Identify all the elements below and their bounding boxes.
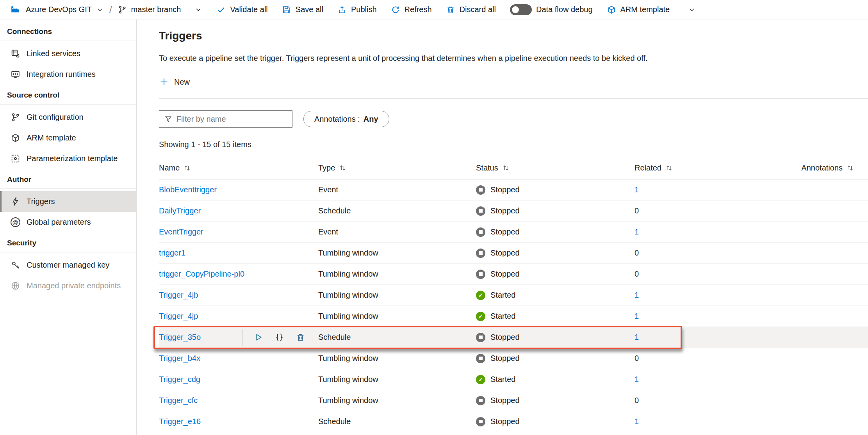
related-count[interactable]: 1	[635, 227, 639, 236]
related-count[interactable]: 0	[635, 396, 639, 405]
related-count[interactable]: 1	[635, 375, 639, 384]
trigger-type: Tumbling window	[318, 312, 378, 321]
table-row[interactable]: Trigger_4jp Tumbling window Started 1	[159, 306, 868, 327]
chevron-down-icon[interactable]	[688, 6, 696, 14]
page-description: To execute a pipeline set the trigger. T…	[159, 54, 868, 63]
related-count[interactable]: 1	[635, 312, 639, 321]
validate-all-button[interactable]: Validate all	[216, 5, 267, 14]
sidebar-item-global-parameters[interactable]: @ Global parameters	[0, 212, 136, 233]
related-count[interactable]: 0	[635, 249, 639, 257]
dataflow-debug-toggle[interactable]	[510, 4, 532, 15]
trigger-name-link[interactable]: trigger_CopyPipeline-pl0	[159, 270, 244, 279]
status-icon	[476, 312, 485, 321]
table-row[interactable]: Trigger_e16 Schedule Stopped 1	[159, 411, 868, 432]
related-count[interactable]: 0	[635, 206, 639, 215]
start-trigger-button[interactable]	[253, 332, 263, 342]
trigger-name-link[interactable]: DailyTrigger	[159, 206, 201, 215]
sidebar-item-label: Global parameters	[27, 218, 91, 227]
table-row[interactable]: Trigger_cdg Tumbling window Started 1	[159, 369, 868, 390]
table-row[interactable]: Trigger_35o Schedule Stopped 1	[159, 327, 868, 348]
delete-trigger-button[interactable]	[296, 332, 305, 342]
sidebar-item-git-configuration[interactable]: Git configuration	[0, 107, 136, 128]
status-icon	[476, 185, 485, 195]
sort-icon	[665, 164, 673, 172]
chevron-down-icon[interactable]	[194, 6, 202, 14]
discard-all-button[interactable]: Discard all	[446, 5, 496, 14]
triggers-icon	[10, 197, 20, 206]
column-header-annotations[interactable]: Annotations	[793, 163, 868, 172]
trigger-type: Tumbling window	[318, 354, 378, 363]
column-header-related[interactable]: Related	[635, 163, 793, 172]
branch-selector-label: master branch	[131, 5, 181, 14]
validate-all-label: Validate all	[230, 5, 267, 14]
discard-all-label: Discard all	[460, 5, 496, 14]
dataflow-debug-toggle-group: Data flow debug	[510, 4, 593, 15]
sidebar-item-customer-managed-key[interactable]: Customer managed key	[0, 255, 136, 275]
related-count[interactable]: 0	[635, 354, 639, 363]
trigger-name-link[interactable]: trigger1	[159, 249, 185, 257]
table-row[interactable]: DailyTrigger Schedule Stopped 0	[159, 201, 868, 222]
table-row[interactable]: trigger_CopyPipeline-pl0 Tumbling window…	[159, 264, 868, 285]
sidebar-item-parameterization-template[interactable]: Parameterization template	[0, 148, 136, 169]
status-label: Stopped	[490, 354, 520, 363]
status-label: Stopped	[490, 396, 520, 405]
table-row[interactable]: Trigger_b4x Tumbling window Stopped 0	[159, 348, 868, 369]
trigger-name-link[interactable]: EventTrigger	[159, 227, 203, 236]
related-count[interactable]: 0	[635, 270, 639, 279]
table-row[interactable]: Trigger_cfc Tumbling window Stopped 0	[159, 390, 868, 411]
publish-label: Publish	[351, 5, 377, 14]
sidebar-item-integration-runtimes[interactable]: Integration runtimes	[0, 64, 136, 85]
trigger-name-link[interactable]: Trigger_cfc	[159, 396, 198, 405]
related-count[interactable]: 1	[635, 417, 639, 426]
table-row[interactable]: BlobEventtrigger Event Stopped 1	[159, 179, 868, 201]
arm-template-icon	[10, 133, 20, 143]
git-branch-icon	[118, 5, 127, 14]
sidebar-item-label: Parameterization template	[27, 154, 118, 163]
trigger-name-link[interactable]: Trigger_4jp	[159, 312, 198, 321]
column-header-name[interactable]: Name	[159, 163, 318, 172]
status-label: Stopped	[490, 270, 520, 279]
code-view-button[interactable]	[274, 332, 284, 342]
status-icon	[476, 375, 485, 384]
refresh-button[interactable]: Refresh	[391, 5, 432, 14]
sidebar-item-linked-services[interactable]: Linked services	[0, 43, 136, 64]
dataflow-debug-label: Data flow debug	[536, 5, 593, 14]
annotations-filter-button[interactable]: Annotations : Any	[303, 111, 389, 127]
trigger-name-link[interactable]: Trigger_b4x	[159, 354, 200, 363]
related-count[interactable]: 1	[635, 333, 639, 342]
column-header-type[interactable]: Type	[318, 163, 476, 172]
trigger-name-link[interactable]: BlobEventtrigger	[159, 185, 217, 194]
status-label: Stopped	[490, 249, 520, 257]
refresh-icon	[391, 5, 400, 14]
repo-selector[interactable]: Azure DevOps GIT	[26, 5, 104, 14]
related-count[interactable]: 1	[635, 185, 639, 194]
sidebar-item-arm-template[interactable]: ARM template	[0, 128, 136, 148]
sidebar-item-label: Linked services	[27, 49, 80, 58]
chevron-down-icon[interactable]	[96, 6, 104, 14]
section-title: Connections	[0, 26, 136, 41]
trigger-name-link[interactable]: Trigger_cdg	[159, 375, 200, 384]
trigger-name-link[interactable]: Trigger_35o	[159, 333, 201, 342]
left-sidebar: Connections Linked services Integration …	[0, 20, 137, 435]
status-label: Started	[490, 291, 515, 300]
table-row[interactable]: Trigger_4jb Tumbling window Started 1	[159, 285, 868, 306]
filter-by-name-input[interactable]	[176, 115, 287, 124]
publish-button[interactable]: Publish	[337, 5, 377, 14]
publish-icon	[337, 5, 347, 14]
related-count[interactable]: 1	[635, 291, 639, 300]
filter-bar: Annotations : Any	[159, 110, 868, 128]
trigger-type: Tumbling window	[318, 291, 378, 300]
arm-template-menu[interactable]: ARM template	[607, 5, 696, 14]
column-header-status[interactable]: Status	[476, 163, 635, 172]
save-icon	[282, 5, 291, 14]
sidebar-item-label: Customer managed key	[27, 261, 109, 270]
branch-selector[interactable]: master branch	[118, 5, 203, 14]
sidebar-item-triggers[interactable]: Triggers	[0, 191, 136, 212]
arm-template-icon	[607, 5, 616, 14]
new-trigger-button[interactable]: New	[159, 77, 190, 87]
table-row[interactable]: trigger1 Tumbling window Stopped 0	[159, 243, 868, 264]
table-row[interactable]: EventTrigger Event Stopped 1	[159, 222, 868, 243]
trigger-name-link[interactable]: Trigger_4jb	[159, 291, 198, 300]
save-all-button[interactable]: Save all	[282, 5, 323, 14]
trigger-name-link[interactable]: Trigger_e16	[159, 417, 201, 426]
